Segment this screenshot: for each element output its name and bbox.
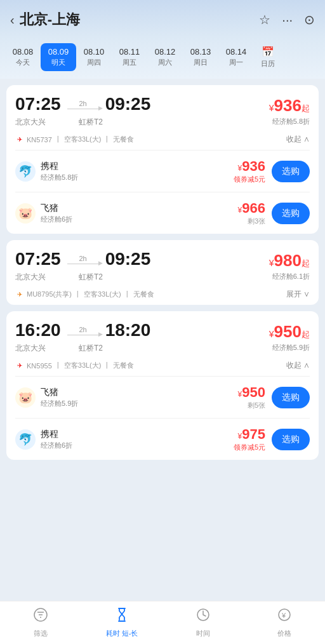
flight-info-left: ✈ MU8795(共享) 丨 空客33L(大) 丨 无餐食 [15, 290, 154, 299]
provider-row: 🐷 飞猪 经济舱5.9折 ¥950 剩5张 选购 [6, 377, 319, 418]
flight-right: ¥936起 经济舱5.8折 [269, 96, 310, 126]
provider-logo: 🐬 [15, 429, 36, 450]
date-item[interactable]: 08.13 周日 [183, 43, 218, 71]
flight-price: ¥950起 [269, 322, 310, 342]
provider-sub: 剩5张 [238, 401, 265, 410]
hourglass-icon [114, 607, 129, 622]
more-icon[interactable]: ··· [282, 13, 293, 27]
plane-type: 空客33L(大) [64, 361, 102, 370]
flight-left: 07:25 2h 09:25 北京大兴 虹桥T2 [15, 94, 150, 128]
price-discount: 经济舱5.9折 [269, 343, 310, 352]
provider-price: ¥975 [234, 426, 265, 443]
depart-time: 16:20 [15, 320, 61, 340]
date-item[interactable]: 08.08 今天 [5, 43, 41, 71]
provider-price: ¥950 [238, 384, 265, 401]
arrive-time: 09:25 [105, 94, 151, 114]
provider-discount: 经济舱5.8折 [41, 173, 78, 182]
flight-right: ¥980起 经济舱6.1折 [269, 251, 310, 281]
page-title: 北京-上海 [20, 10, 80, 29]
time-nav-icon [196, 607, 211, 626]
time-nav-label: 时间 [196, 629, 210, 638]
provider-price-block: ¥966 剩3张 [238, 200, 265, 226]
date-item[interactable]: 08.14 周一 [218, 43, 254, 71]
date-num: 08.09 [48, 47, 69, 57]
provider-info: 飞猪 经济舱5.9折 [41, 387, 78, 408]
provider-price-block: ¥975 领券减5元 [234, 426, 265, 452]
provider-left: 🐬 携程 经济舱6折 [15, 429, 72, 450]
nav-item-filter[interactable]: 筛选 [18, 607, 63, 638]
nav-item-price[interactable]: ¥ 价格 [262, 607, 307, 638]
buy-button[interactable]: 选购 [272, 203, 310, 224]
content: 07:25 2h 09:25 北京大兴 虹桥T2 ¥936起 经济舱5.8折 [0, 79, 325, 511]
date-num: 08.12 [155, 47, 176, 57]
flight-price: ¥936起 [269, 96, 310, 116]
provider-name: 携程 [41, 429, 72, 440]
back-icon[interactable]: ‹ [10, 13, 15, 27]
svg-text:¥: ¥ [281, 612, 286, 619]
flight-right: ¥950起 经济舱5.9折 [269, 322, 310, 352]
price-amount: 980 [274, 251, 302, 270]
duration-nav-label: 耗时 短-长 [106, 629, 138, 638]
provider-logo: 🐷 [15, 387, 36, 408]
airline-logo-icon: ✈ [15, 290, 24, 299]
toggle-button[interactable]: 收起 ∧ [286, 360, 310, 371]
date-week: 今天 [16, 58, 30, 67]
provider-discount: 经济舱6折 [41, 441, 72, 450]
buy-button[interactable]: 选购 [272, 161, 310, 182]
provider-right: ¥950 剩5张 选购 [238, 384, 310, 410]
provider-discount: 经济舱6折 [41, 215, 72, 224]
nav-item-duration[interactable]: 耗时 短-长 [100, 607, 144, 638]
header: ‹ 北京-上海 ☆ ··· ⊙ [0, 0, 325, 37]
date-item[interactable]: 08.09 明天 [41, 43, 76, 71]
provider-name: 飞猪 [41, 387, 78, 398]
provider-sub: 领券减5元 [234, 175, 265, 184]
toggle-button[interactable]: 展开 ∨ [286, 289, 310, 300]
provider-price-block: ¥936 领券减5元 [234, 158, 265, 184]
duration-line [67, 264, 99, 264]
calendar-button[interactable]: 📅 日历 [254, 42, 282, 72]
provider-price-block: ¥950 剩5张 [238, 384, 265, 410]
depart-time: 07:25 [15, 94, 61, 114]
target-icon[interactable]: ⊙ [304, 12, 315, 27]
price-amount: 936 [274, 96, 302, 115]
flight-duration: 2h [67, 326, 99, 335]
provider-name: 携程 [41, 161, 78, 172]
date-item[interactable]: 08.12 周六 [147, 43, 183, 71]
toggle-button[interactable]: 收起 ∧ [286, 134, 310, 145]
star-icon[interactable]: ☆ [259, 12, 270, 27]
header-left: ‹ 北京-上海 [10, 10, 80, 29]
arrive-airport: 虹桥T2 [79, 343, 103, 354]
flight-info-left: ✈ KN5737 丨 空客33L(大) 丨 无餐食 [15, 135, 134, 144]
flight-card: 07:25 2h 09:25 北京大兴 虹桥T2 ¥980起 经济舱6.1折 [6, 240, 319, 305]
flight-price: ¥980起 [269, 251, 310, 271]
date-bar: 08.08 今天 08.09 明天 08.10 周四 08.11 周五 08.1… [0, 37, 325, 79]
buy-button[interactable]: 选购 [272, 387, 310, 408]
duration-line [67, 109, 99, 109]
provider-left: 🐷 飞猪 经济舱5.9折 [15, 387, 78, 408]
nav-item-time[interactable]: 时间 [181, 607, 225, 638]
plane-type: 空客33L(大) [64, 135, 102, 144]
flight-info-left: ✈ KN5955 丨 空客33L(大) 丨 无餐食 [15, 361, 134, 370]
duration-label: 2h [79, 255, 87, 262]
depart-airport: 北京大兴 [15, 272, 46, 283]
price-icon: ¥ [277, 607, 292, 622]
provider-row: 🐷 飞猪 经济舱6折 ¥966 剩3张 选购 [6, 192, 319, 234]
header-icons: ☆ ··· ⊙ [259, 12, 315, 27]
date-week: 周四 [87, 58, 101, 67]
filter-icon [33, 607, 48, 622]
filter-nav-icon [33, 607, 48, 626]
date-item[interactable]: 08.10 周四 [76, 43, 112, 71]
flight-time-row: 07:25 2h 09:25 [15, 249, 150, 269]
date-item[interactable]: 08.11 周五 [112, 43, 147, 71]
airline-logo-icon: ✈ [15, 135, 24, 144]
provider-right: ¥966 剩3张 选购 [238, 200, 310, 226]
flight-info-row: ✈ KN5955 丨 空客33L(大) 丨 无餐食 收起 ∧ [6, 360, 319, 376]
duration-line [67, 335, 99, 335]
calendar-icon: 📅 [262, 46, 274, 58]
provider-row: 🐬 携程 经济舱6折 ¥975 领券减5元 选购 [6, 419, 319, 460]
date-week: 周一 [229, 58, 243, 67]
flight-left: 07:25 2h 09:25 北京大兴 虹桥T2 [15, 249, 150, 283]
price-discount: 经济舱5.8折 [269, 117, 310, 126]
buy-button[interactable]: 选购 [272, 429, 310, 450]
provider-sub: 领券减5元 [234, 443, 265, 452]
